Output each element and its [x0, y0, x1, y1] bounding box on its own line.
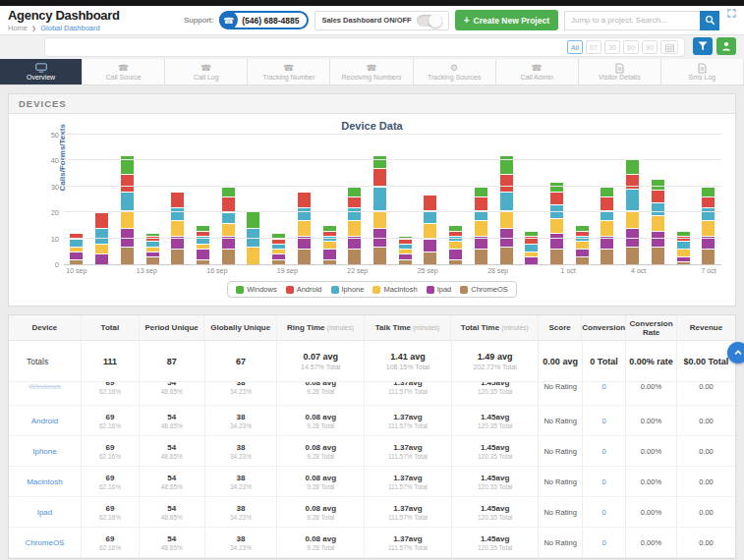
- segment-ipad: [70, 252, 83, 259]
- stacked-bar-21[interactable]: [576, 225, 589, 264]
- support-phone-button[interactable]: ☎ (546) 688-4885: [219, 11, 309, 29]
- legend-item-ipad[interactable]: Ipad: [427, 285, 452, 294]
- stacked-bar-3[interactable]: [121, 155, 134, 264]
- column-header-revenue[interactable]: Revenue: [677, 315, 735, 340]
- tab-label: Overview: [27, 74, 55, 81]
- stacked-bar-26[interactable]: [702, 187, 715, 264]
- stacked-bar-17[interactable]: [475, 187, 487, 264]
- stacked-bar-19[interactable]: [525, 231, 538, 264]
- expand-icon[interactable]: [727, 4, 736, 22]
- segment-windows: [197, 226, 209, 230]
- segment-macintosh: [475, 221, 487, 236]
- totals-total_time: 1.49 avg202.72% Total: [452, 341, 540, 381]
- filter-button[interactable]: [693, 37, 713, 55]
- chart-title: Device Data: [23, 120, 721, 132]
- sales-dashboard-toggle[interactable]: [417, 15, 442, 27]
- x-tick-label: 19 sep: [277, 267, 298, 274]
- cell-conversion: 0: [583, 382, 626, 405]
- device-link[interactable]: ChromeOS: [25, 538, 64, 547]
- column-header-device[interactable]: Device: [9, 315, 82, 340]
- device-table: DeviceTotalPeriod UniqueGlobally UniqueR…: [9, 315, 735, 558]
- range-button-60[interactable]: 60: [623, 40, 639, 54]
- column-header-total[interactable]: Total: [82, 315, 140, 340]
- stacked-bar-20[interactable]: [550, 182, 563, 264]
- breadcrumb-home[interactable]: Home: [8, 24, 28, 32]
- legend-item-macintosh[interactable]: Macintosh: [372, 285, 417, 294]
- search-button[interactable]: [700, 11, 719, 30]
- create-new-project-button[interactable]: + Create New Project: [455, 10, 558, 30]
- stacked-bar-6[interactable]: [197, 225, 209, 264]
- cell-globally_unique: 3834.23%: [205, 528, 278, 557]
- stacked-bar-24[interactable]: [652, 179, 664, 264]
- tab-visitor-details[interactable]: Visitor Details: [579, 59, 661, 84]
- x-tick-label: 22 sep: [347, 267, 368, 274]
- segment-macintosh: [348, 221, 361, 236]
- user-button[interactable]: [716, 37, 736, 55]
- conversion-link[interactable]: 0: [601, 508, 605, 517]
- stacked-bar-12[interactable]: [348, 187, 361, 264]
- legend-label: Iphone: [342, 285, 365, 294]
- device-link[interactable]: Ipad: [37, 508, 53, 517]
- tab-call-log[interactable]: ☎Call Log: [165, 59, 248, 84]
- stacked-bar-10[interactable]: [298, 192, 311, 264]
- scroll-top-button[interactable]: [727, 342, 744, 364]
- column-header-ring-time[interactable]: Ring Time (minutes): [277, 315, 365, 340]
- stacked-bar-22[interactable]: [601, 187, 613, 264]
- column-header-globally-unique[interactable]: Globally Unique: [204, 315, 277, 340]
- device-link[interactable]: Android: [31, 417, 59, 425]
- conversion-link[interactable]: 0: [601, 382, 605, 391]
- tab-receiving-numbers[interactable]: ☎Receiving Numbers: [330, 59, 413, 84]
- column-header-period-unique[interactable]: Period Unique: [140, 315, 204, 340]
- device-link[interactable]: Macintosh: [27, 477, 62, 486]
- segment-macintosh: [70, 248, 83, 252]
- column-header-conversion-rate[interactable]: Conversion Rate: [626, 315, 677, 340]
- tab-tracking-number[interactable]: ☎Tracking Number: [248, 59, 330, 84]
- stacked-bar-18[interactable]: [500, 155, 513, 264]
- column-header-total-time[interactable]: Total Time (minutes): [451, 315, 539, 340]
- legend-item-chromeos[interactable]: ChromeOS: [460, 285, 508, 294]
- stacked-bar-13[interactable]: [373, 155, 386, 264]
- legend-item-iphone[interactable]: Iphone: [331, 285, 365, 294]
- stacked-bar-11[interactable]: [323, 225, 336, 264]
- breadcrumb-separator: ❯: [31, 26, 36, 31]
- stacked-bar-7[interactable]: [222, 187, 235, 264]
- tab-tracking-sources[interactable]: ⚙Tracking Sources: [414, 59, 496, 84]
- gridline: [64, 238, 721, 239]
- calendar-icon[interactable]: [660, 40, 678, 54]
- column-header-talk-time[interactable]: Talk Time (minutes): [365, 315, 452, 340]
- stacked-bar-5[interactable]: [171, 192, 184, 264]
- conversion-link[interactable]: 0: [601, 538, 605, 547]
- stacked-bar-16[interactable]: [449, 225, 462, 264]
- range-button-all[interactable]: All: [567, 40, 583, 54]
- legend-item-windows[interactable]: Windows: [236, 285, 276, 294]
- tab-label: Visitor Details: [599, 74, 641, 81]
- totals-talk_time: 1.41 avg108.15% Total: [365, 341, 452, 381]
- stacked-bar-15[interactable]: [424, 195, 436, 264]
- search-input[interactable]: [564, 11, 700, 30]
- segment-windows: [677, 232, 690, 236]
- breadcrumb-current[interactable]: Global Dashboard: [40, 24, 99, 32]
- column-header-conversion[interactable]: Conversion: [582, 315, 626, 340]
- tab-call-source[interactable]: ☎Call Source: [83, 59, 165, 84]
- range-button-07[interactable]: 07: [586, 40, 601, 54]
- conversion-link[interactable]: 0: [601, 477, 605, 486]
- device-link[interactable]: Iphone: [32, 447, 56, 456]
- column-header-score[interactable]: Score: [539, 315, 582, 340]
- cell-total: 6962.16%: [82, 406, 140, 435]
- legend-label: Ipad: [437, 285, 452, 294]
- tab-call-admin[interactable]: ☎Call Admin: [496, 59, 579, 84]
- stacked-bar-2[interactable]: [95, 212, 108, 264]
- device-link[interactable]: Windows: [29, 382, 60, 391]
- stacked-bar-25[interactable]: [677, 231, 690, 264]
- totals-ring_time: 0.07 avg14.57% Total: [277, 341, 365, 381]
- legend-item-android[interactable]: Android: [286, 285, 322, 294]
- conversion-link[interactable]: 0: [601, 447, 605, 456]
- range-button-30[interactable]: 30: [604, 40, 620, 54]
- conversion-link[interactable]: 0: [601, 417, 605, 425]
- segment-windows: [348, 188, 361, 197]
- stacked-bar-14[interactable]: [399, 236, 412, 264]
- tab-overview[interactable]: Overview: [0, 59, 83, 84]
- segment-macintosh: [525, 252, 538, 256]
- range-button-90[interactable]: 90: [642, 40, 658, 54]
- tab-sms-log[interactable]: Sms Log: [661, 59, 744, 84]
